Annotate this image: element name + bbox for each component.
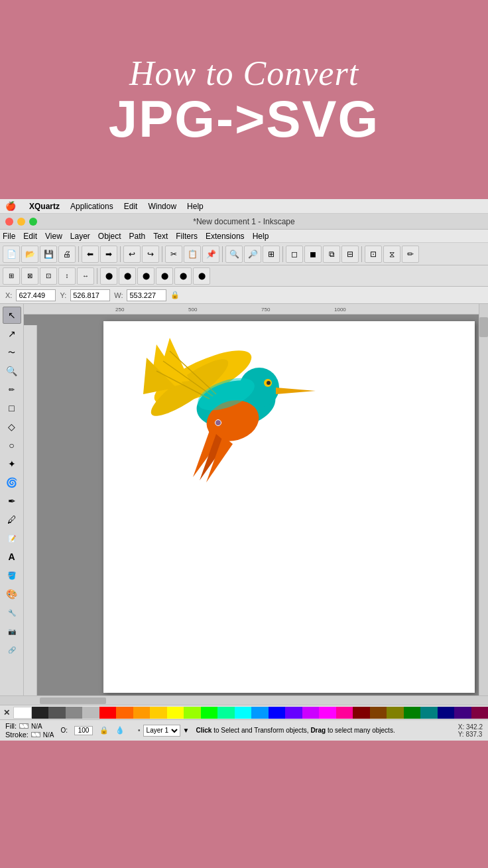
import-button[interactable]: ⬅ — [82, 246, 99, 263]
snap-btn-1[interactable]: ⊞ — [3, 267, 20, 285]
align-button[interactable]: ⊡ — [365, 246, 382, 263]
scrollbar-vertical[interactable] — [479, 304, 488, 695]
color-blue[interactable] — [269, 707, 286, 719]
spiral-tool[interactable]: 🌀 — [3, 474, 21, 491]
pen-tool[interactable]: ✒ — [3, 492, 21, 510]
color-yellow-green[interactable] — [184, 707, 201, 719]
print-button[interactable]: 🖨 — [58, 246, 76, 263]
paste-button[interactable]: 📌 — [202, 246, 219, 263]
pencil-tool[interactable]: ✏ — [3, 381, 21, 398]
select-tool[interactable]: ↖ — [3, 307, 21, 324]
copy-button[interactable]: 📋 — [184, 246, 201, 263]
w-input[interactable] — [127, 289, 166, 301]
menu-path[interactable]: Path — [129, 232, 146, 241]
close-button[interactable] — [5, 218, 13, 226]
align-bottom-button[interactable]: ⬤ — [193, 267, 210, 285]
menu-applications[interactable]: Applications — [70, 202, 113, 211]
export-button[interactable]: ➡ — [100, 246, 117, 263]
connector-tool[interactable]: 🔧 — [3, 604, 21, 621]
color-yellow[interactable] — [167, 707, 184, 719]
zoom-in-button[interactable]: 🔍 — [225, 246, 243, 263]
snap-btn-3[interactable]: ⊡ — [40, 267, 57, 285]
color-lightgray[interactable] — [82, 707, 99, 719]
align-left-button[interactable]: ⬤ — [100, 267, 117, 285]
color-blue-violet[interactable] — [285, 707, 302, 719]
maximize-button[interactable] — [29, 218, 37, 226]
circle-tool[interactable]: ○ — [3, 437, 21, 454]
menu-help[interactable]: Help — [187, 202, 204, 211]
color-orange-red[interactable] — [116, 707, 133, 719]
color-dark-green[interactable] — [404, 707, 421, 719]
color-white[interactable] — [13, 707, 32, 719]
undo-button[interactable]: ↩ — [123, 246, 141, 263]
align-middle-button[interactable]: ⬤ — [174, 267, 192, 285]
color-maroon[interactable] — [353, 707, 370, 719]
color-black[interactable] — [32, 707, 49, 719]
snap-btn-2[interactable]: ⊠ — [21, 267, 38, 285]
canvas-scroll[interactable] — [24, 315, 479, 695]
eraser-tool[interactable]: 📝 — [3, 530, 21, 547]
menu-object[interactable]: Object — [98, 232, 121, 241]
color-red[interactable] — [99, 707, 117, 719]
bucket-tool[interactable]: 🪣 — [3, 567, 21, 584]
xml-button[interactable]: ✏ — [402, 246, 419, 263]
menu-layer[interactable]: Layer — [70, 232, 90, 241]
stroke-button[interactable]: ◼ — [304, 246, 322, 263]
open-button[interactable]: 📂 — [21, 246, 38, 263]
color-pink[interactable] — [336, 707, 353, 719]
align-center-button[interactable]: ⬤ — [119, 267, 136, 285]
color-magenta[interactable] — [319, 707, 336, 719]
tweak-tool[interactable]: 〜 — [3, 344, 21, 361]
star-tool[interactable]: ✦ — [3, 455, 21, 472]
color-gray[interactable] — [66, 707, 83, 719]
spray-tool[interactable]: 📷 — [3, 622, 21, 640]
menu-extensions[interactable]: Extensions — [206, 232, 245, 241]
x-input[interactable] — [16, 289, 56, 301]
color-teal-green[interactable] — [217, 707, 235, 719]
minimize-button[interactable] — [17, 218, 25, 226]
color-burgundy[interactable] — [471, 707, 489, 719]
color-purple[interactable] — [454, 707, 471, 719]
color-navy[interactable] — [438, 707, 455, 719]
color-cyan[interactable] — [235, 707, 252, 719]
menu-text[interactable]: Text — [153, 232, 168, 241]
y-input[interactable] — [70, 289, 110, 301]
new-button[interactable]: 📄 — [3, 246, 20, 263]
menu-xquartz[interactable]: XQuartz — [29, 202, 60, 211]
calligraphy-tool[interactable]: 🖊 — [3, 511, 21, 528]
scrollbar-horizontal[interactable] — [0, 695, 488, 705]
layer-select[interactable]: Layer 1 — [143, 725, 180, 737]
align-top-button[interactable]: ⬤ — [156, 267, 173, 285]
ungroup-button[interactable]: ⊟ — [341, 246, 359, 263]
color-green[interactable] — [201, 707, 218, 719]
zoom-fit-button[interactable]: ⊞ — [263, 246, 280, 263]
snap-btn-5[interactable]: ↔ — [77, 267, 94, 285]
redo-button[interactable]: ↪ — [142, 246, 159, 263]
menu-edit[interactable]: Edit — [124, 202, 138, 211]
transform-button[interactable]: ⧖ — [383, 246, 400, 263]
color-teal[interactable] — [420, 707, 438, 719]
color-light-blue[interactable] — [251, 707, 269, 719]
menu-app-help[interactable]: Help — [253, 232, 269, 241]
menu-app-edit[interactable]: Edit — [23, 232, 37, 241]
menu-file[interactable]: File — [3, 232, 15, 241]
eyedropper-tool[interactable]: 🎨 — [3, 585, 21, 603]
no-color-swatch[interactable]: ✕ — [0, 706, 13, 719]
measure-tool[interactable]: 🔗 — [3, 641, 21, 658]
diamond-tool[interactable]: ◇ — [3, 418, 21, 435]
color-orange[interactable] — [133, 707, 151, 719]
group-button[interactable]: ⧉ — [323, 246, 340, 263]
save-button[interactable]: 💾 — [40, 246, 57, 263]
color-brown[interactable] — [370, 707, 387, 719]
menu-view[interactable]: View — [45, 232, 62, 241]
zoom-tool[interactable]: 🔍 — [3, 362, 21, 380]
menu-filters[interactable]: Filters — [176, 232, 198, 241]
node-handle[interactable] — [215, 419, 221, 426]
color-yellow-orange[interactable] — [150, 707, 167, 719]
fill-button[interactable]: ◻ — [286, 246, 303, 263]
rect-tool[interactable]: □ — [3, 399, 21, 417]
cut-button[interactable]: ✂ — [165, 246, 182, 263]
align-right-button[interactable]: ⬤ — [137, 267, 154, 285]
node-tool[interactable]: ↗ — [3, 325, 21, 342]
zoom-out-button[interactable]: 🔎 — [244, 246, 261, 263]
